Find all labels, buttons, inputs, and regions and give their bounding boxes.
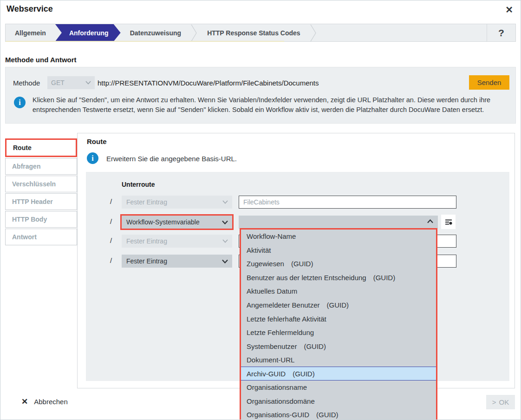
slash-separator: /	[110, 217, 112, 225]
help-button[interactable]: ?	[487, 24, 515, 41]
subroute-value-input[interactable]	[239, 196, 456, 209]
ok-button[interactable]: > OK	[486, 395, 515, 409]
slash-separator: /	[110, 197, 112, 205]
dropdown-item-zugewiesen[interactable]: Zugewiesen(GUID)	[241, 257, 436, 271]
chevron-up-icon	[427, 219, 433, 223]
sidebar-item-antwort[interactable]: Antwort	[5, 229, 77, 245]
dropdown-item-angemeldeter-benutzer[interactable]: Angemeldeter Benutzer(GUID)	[241, 298, 436, 312]
sidebar-item-http-header[interactable]: HTTP Header	[5, 193, 77, 210]
dropdown-item-benutzer-aus-der-letzten-entscheidung[interactable]: Benutzer aus der letzten Entscheidung(GU…	[241, 271, 436, 285]
request-url: http://PRESENTATIONVM/DocuWare/Platform/…	[98, 79, 319, 87]
tab-separator-icon	[190, 24, 198, 41]
chevron-down-icon	[222, 239, 228, 243]
ok-chevron-icon: >	[492, 398, 496, 406]
route-info-text: Erweitern Sie die angegebene Basis-URL.	[106, 155, 237, 163]
subroute-type-select[interactable]: Fester Eintrag	[122, 255, 232, 268]
info-icon: i	[14, 97, 26, 108]
dropdown-item-letzte-fehlermeldung[interactable]: Letzte Fehlermeldung	[241, 326, 436, 340]
method-label: Methode	[13, 79, 40, 87]
tab-bar: AllgemeinAnforderungDatenzuweisungHTTP R…	[5, 24, 516, 42]
tab-accent-line	[6, 41, 284, 42]
tab-http-response-status-codes[interactable]: HTTP Response Status Codes	[198, 24, 309, 41]
subroute-row: / Workflow-Systemvariable	[86, 216, 509, 229]
chevron-down-icon	[222, 259, 228, 263]
dropdown-item-archiv-guid[interactable]: Archiv-GUID(GUID)	[241, 367, 436, 381]
method-info-text: Klicken Sie auf "Senden", um eine Antwor…	[33, 95, 506, 115]
method-panel: Methode GET http://PRESENTATIONVM/DocuWa…	[5, 67, 516, 124]
dropdown-item-systembenutzer[interactable]: Systembenutzer(GUID)	[241, 339, 436, 353]
sidebar-item-http-body[interactable]: HTTP Body	[5, 211, 77, 228]
subroute-type-select[interactable]: Fester Eintrag	[122, 196, 232, 209]
variable-combobox[interactable]	[239, 216, 438, 229]
slash-separator: /	[110, 236, 112, 244]
cancel-x-icon: ✕	[21, 397, 28, 407]
subroute-row: / Fester Eintrag	[86, 196, 509, 209]
subroute-type-select[interactable]: Fester Eintrag	[122, 235, 232, 248]
tab-anforderung[interactable]: Anforderung	[55, 24, 121, 41]
dropdown-item-workflow-name[interactable]: Workflow-Name	[241, 230, 436, 243]
subroute-type-select[interactable]: Workflow-Systemvariable	[122, 216, 232, 229]
sidebar: RouteAbfragenVerschlüsselnHTTP HeaderHTT…	[5, 138, 77, 246]
route-heading: Route	[87, 138, 107, 145]
dropdown-item-dokument-url[interactable]: Dokument-URL	[241, 353, 436, 367]
dropdown-item-organisations-guid[interactable]: Organisations-GUID(GUID)	[241, 408, 436, 420]
tab-datenzuweisung[interactable]: Datenzuweisung	[121, 24, 190, 41]
dropdown-item-aktuelles-datum[interactable]: Aktuelles Datum	[241, 284, 436, 298]
chevron-down-icon	[222, 220, 228, 224]
dropdown-item-aktivit-t[interactable]: Aktivität	[241, 243, 436, 257]
subroute-dropdown: Workflow-NameAktivitätZugewiesen(GUID)Be…	[240, 228, 437, 420]
cancel-button[interactable]: ✕ Abbrechen	[21, 397, 68, 407]
tab-separator-icon	[310, 24, 317, 41]
sidebar-item-abfragen[interactable]: Abfragen	[5, 158, 77, 175]
tab-allgemein[interactable]: Allgemein	[6, 24, 55, 41]
sidebar-item-verschl-sseln[interactable]: Verschlüsseln	[5, 176, 77, 192]
close-icon[interactable]: ✕	[505, 4, 513, 15]
select-list-icon[interactable]	[441, 215, 456, 229]
sidebar-item-route[interactable]: Route	[5, 138, 77, 157]
slash-separator: /	[110, 256, 112, 264]
dropdown-item-letzte-fehlerhafte-aktivit-t[interactable]: Letzte fehlerhafte Aktivität	[241, 312, 436, 326]
chevron-down-icon	[222, 200, 228, 204]
dropdown-item-organisationsname[interactable]: Organisationsname	[241, 381, 436, 394]
method-select[interactable]: GET	[47, 76, 95, 89]
dropdown-item-organisationsdom-ne[interactable]: Organisationsdomäne	[241, 394, 436, 408]
chevron-down-icon	[85, 81, 91, 85]
info-icon: i	[87, 152, 98, 164]
send-button[interactable]: Senden	[469, 75, 509, 90]
method-section-heading: Methode und Antwort	[5, 56, 77, 64]
webservice-dialog: Webservice ✕ AllgemeinAnforderungDatenzu…	[0, 0, 521, 420]
subroute-heading: Unterroute	[122, 181, 155, 188]
dialog-title: Webservice	[7, 4, 53, 14]
